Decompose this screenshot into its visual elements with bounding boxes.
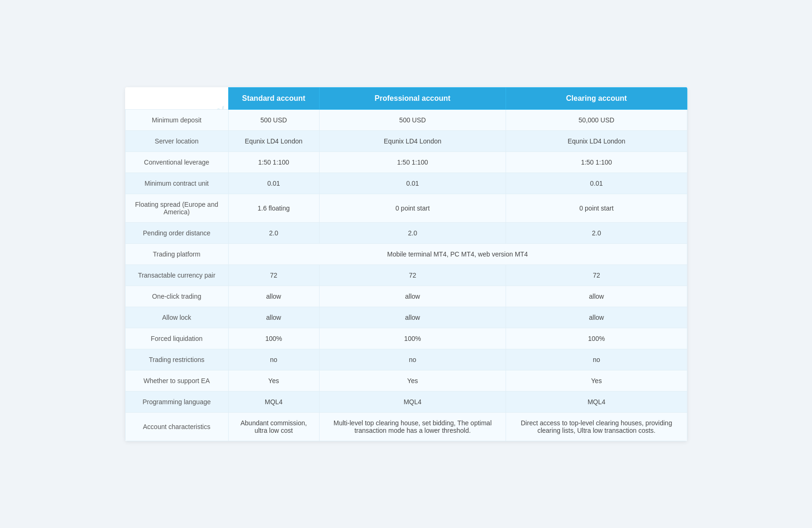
table-row: One-click tradingallowallowallow (125, 286, 687, 307)
cell-pro: 500 USD (319, 109, 506, 130)
table-row: Minimum contract unit0.010.010.01 (125, 173, 687, 194)
table-row: Whether to support EAYesYesYes (125, 370, 687, 391)
cell-std: Yes (228, 370, 319, 391)
table-row: Conventional leverage1:50 1:1001:50 1:10… (125, 151, 687, 173)
merged-cell: Mobile terminal MT4, PC MT4, web version… (228, 243, 687, 264)
cell-pro: 0 point start (319, 194, 506, 222)
account-comparison-table: Standard account Professional account Cl… (125, 87, 687, 441)
table-row: Trading restrictionsnonono (125, 349, 687, 370)
cell-pro: allow (319, 307, 506, 328)
cell-pro: Equnix LD4 London (319, 130, 506, 151)
cell-clr: 72 (506, 264, 687, 286)
comparison-table-wrapper: W WikiFX W WikiFX W WikiFX W WikiFX W Wi… (125, 87, 687, 441)
header-label-col (125, 87, 228, 109)
row-label: Pending order distance (125, 222, 228, 243)
row-label: Conventional leverage (125, 151, 228, 173)
cell-std: 1:50 1:100 (228, 151, 319, 173)
cell-std: 72 (228, 264, 319, 286)
cell-pro: MQL4 (319, 391, 506, 412)
row-label: Account characteristics (125, 412, 228, 441)
table-row: Server locationEqunix LD4 LondonEqunix L… (125, 130, 687, 151)
cell-pro: 0.01 (319, 173, 506, 194)
cell-std: no (228, 349, 319, 370)
table-row: Transactable currency pair727272 (125, 264, 687, 286)
table-row: Programming languageMQL4MQL4MQL4 (125, 391, 687, 412)
row-label: Trading restrictions (125, 349, 228, 370)
row-label: One-click trading (125, 286, 228, 307)
table-row: Floating spread (Europe and America)1.6 … (125, 194, 687, 222)
cell-clr: allow (506, 307, 687, 328)
cell-std: allow (228, 286, 319, 307)
cell-std: MQL4 (228, 391, 319, 412)
cell-pro: 1:50 1:100 (319, 151, 506, 173)
cell-std: 0.01 (228, 173, 319, 194)
table-row: Trading platformMobile terminal MT4, PC … (125, 243, 687, 264)
cell-clr: Yes (506, 370, 687, 391)
cell-pro: Yes (319, 370, 506, 391)
table-row: Allow lockallowallowallow (125, 307, 687, 328)
cell-pro: 100% (319, 328, 506, 349)
cell-clr: 2.0 (506, 222, 687, 243)
cell-clr: Equnix LD4 London (506, 130, 687, 151)
cell-clr: MQL4 (506, 391, 687, 412)
row-label: Floating spread (Europe and America) (125, 194, 228, 222)
table-row: Pending order distance2.02.02.0 (125, 222, 687, 243)
cell-pro: 72 (319, 264, 506, 286)
row-label: Forced liquidation (125, 328, 228, 349)
cell-clr: 100% (506, 328, 687, 349)
cell-pro: Multi-level top clearing house, set bidd… (319, 412, 506, 441)
row-label: Whether to support EA (125, 370, 228, 391)
cell-std: allow (228, 307, 319, 328)
row-label: Server location (125, 130, 228, 151)
cell-clr: 0.01 (506, 173, 687, 194)
cell-pro: no (319, 349, 506, 370)
row-label: Minimum deposit (125, 109, 228, 130)
table-row: Account characteristicsAbundant commissi… (125, 412, 687, 441)
cell-clr: 1:50 1:100 (506, 151, 687, 173)
cell-clr: 50,000 USD (506, 109, 687, 130)
cell-pro: 2.0 (319, 222, 506, 243)
cell-clr: 0 point start (506, 194, 687, 222)
row-label: Transactable currency pair (125, 264, 228, 286)
cell-std: Abundant commission, ultra low cost (228, 412, 319, 441)
row-label: Programming language (125, 391, 228, 412)
cell-std: 500 USD (228, 109, 319, 130)
row-label: Allow lock (125, 307, 228, 328)
cell-clr: Direct access to top-level clearing hous… (506, 412, 687, 441)
cell-std: 1.6 floating (228, 194, 319, 222)
table-row: Minimum deposit500 USD500 USD50,000 USD (125, 109, 687, 130)
header-clearing: Clearing account (506, 87, 687, 109)
row-label: Minimum contract unit (125, 173, 228, 194)
cell-std: 100% (228, 328, 319, 349)
header-standard: Standard account (228, 87, 319, 109)
cell-pro: allow (319, 286, 506, 307)
cell-std: Equnix LD4 London (228, 130, 319, 151)
cell-clr: allow (506, 286, 687, 307)
header-professional: Professional account (319, 87, 506, 109)
cell-std: 2.0 (228, 222, 319, 243)
row-label: Trading platform (125, 243, 228, 264)
table-row: Forced liquidation100%100%100% (125, 328, 687, 349)
cell-clr: no (506, 349, 687, 370)
